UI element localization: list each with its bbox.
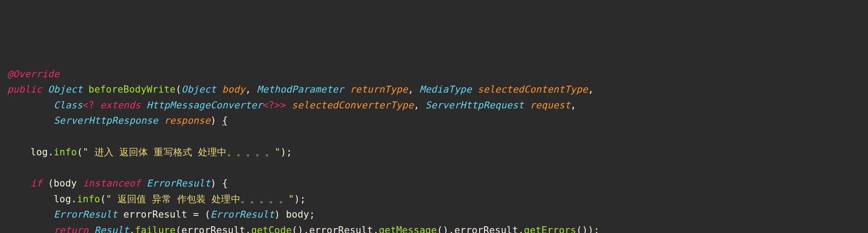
dot: .	[48, 147, 54, 158]
method-info: info	[77, 194, 100, 205]
string-log1: " 进入 返回体 重写格式 处理中。。。。。"	[83, 147, 280, 158]
method-beforebodywrite: beforeBodyWrite	[89, 84, 176, 95]
brace-open: {	[222, 115, 228, 126]
comma: ,	[571, 100, 576, 111]
equals: =	[193, 209, 199, 220]
annotation-override: @Override	[7, 69, 60, 79]
type-httpmessageconverter: HttpMessageConverter	[146, 100, 263, 111]
type-result: Result	[94, 225, 129, 233]
parens: ());	[576, 225, 599, 233]
wildcard-inner: <?>>	[263, 100, 286, 111]
comma: ,	[588, 84, 594, 95]
keyword-public: public	[7, 84, 42, 95]
method-geterrors: getErrors	[524, 225, 576, 233]
identifier-errorresult: errorResult	[454, 225, 518, 233]
dot: .	[518, 225, 524, 233]
type-errorresult-decl: ErrorResult	[54, 209, 118, 220]
type-object-param: Object	[181, 84, 216, 95]
paren-close: )	[211, 115, 217, 126]
paren-close: )	[294, 194, 300, 205]
semicolon: ;	[286, 147, 292, 158]
identifier-body: body	[286, 209, 309, 220]
type-methodparameter: MethodParameter	[257, 84, 344, 95]
keyword-instanceof: instanceof	[83, 178, 141, 189]
paren-open: (	[48, 178, 54, 189]
param-request: request	[530, 100, 571, 111]
paren-open: (	[205, 209, 211, 220]
semicolon: ;	[309, 209, 315, 220]
param-returntype: returnType	[350, 84, 408, 95]
brace-open: {	[222, 178, 228, 189]
paren-open: (	[77, 147, 83, 158]
type-serverhttprequest: ServerHttpRequest	[425, 100, 524, 111]
param-selectedconvertertype: selectedConverterType	[292, 100, 414, 111]
type-class: Class	[54, 100, 83, 111]
method-failure: failure	[135, 225, 176, 233]
param-response: response	[164, 115, 211, 126]
parens: (),	[292, 225, 309, 233]
var-errorresult: errorResult	[123, 209, 187, 220]
paren-open: (	[175, 225, 181, 233]
identifier-log: log	[30, 147, 48, 158]
param-selectedcontenttype: selectedContentType	[477, 84, 588, 95]
type-object: Object	[48, 84, 83, 95]
comma: ,	[245, 84, 251, 95]
dot: .	[71, 194, 77, 205]
wildcard-open: <?	[83, 100, 94, 111]
paren-close: )	[280, 147, 286, 158]
method-getmessage: getMessage	[379, 225, 437, 233]
type-mediatype: MediaType	[420, 84, 472, 95]
semicolon: ;	[300, 194, 306, 205]
identifier-errorresult: errorResult	[309, 225, 373, 233]
string-log2: " 返回值 异常 作包装 处理中。。。。。"	[106, 194, 294, 205]
param-body: body	[222, 84, 245, 95]
parens: (),	[437, 225, 454, 233]
type-serverhttpresponse: ServerHttpResponse	[54, 115, 158, 126]
method-info: info	[54, 147, 77, 158]
paren-close: )	[274, 209, 280, 220]
comma: ,	[408, 84, 414, 95]
keyword-if: if	[30, 178, 42, 189]
type-errorresult: ErrorResult	[146, 178, 210, 189]
keyword-extends: extends	[100, 100, 141, 111]
comma: ,	[414, 100, 420, 111]
type-errorresult-cast: ErrorResult	[211, 209, 274, 220]
code-editor[interactable]: @Override public Object beforeBodyWrite(…	[7, 66, 861, 233]
dot: .	[245, 225, 251, 233]
identifier-errorresult: errorResult	[181, 225, 245, 233]
dot: .	[129, 225, 135, 233]
keyword-return: return	[54, 225, 89, 233]
identifier-log: log	[54, 194, 71, 205]
method-getcode: getCode	[251, 225, 292, 233]
dot: .	[373, 225, 379, 233]
paren-open: (	[100, 194, 106, 205]
paren-open: (	[175, 84, 181, 95]
identifier-body: body	[54, 178, 77, 189]
paren-close: )	[211, 178, 217, 189]
